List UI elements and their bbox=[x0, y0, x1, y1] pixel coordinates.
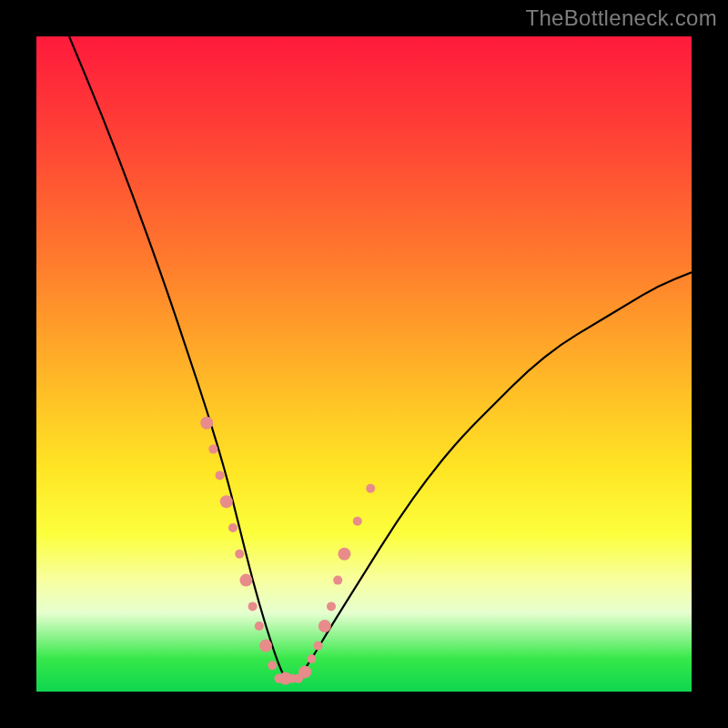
marker-dot bbox=[220, 495, 233, 508]
marker-dot bbox=[327, 602, 336, 611]
marker-dot bbox=[255, 622, 264, 631]
marker-dot bbox=[366, 484, 375, 493]
marker-dot bbox=[235, 550, 244, 559]
marker-dot bbox=[338, 548, 350, 561]
marker-dot bbox=[208, 445, 217, 454]
marker-dot bbox=[333, 576, 342, 585]
highlighted-points-group bbox=[200, 417, 375, 685]
watermark-text: TheBottleneck.com bbox=[525, 5, 717, 31]
marker-dot bbox=[268, 661, 277, 670]
marker-dot bbox=[259, 640, 272, 652]
marker-dot bbox=[248, 602, 258, 611]
marker-dot bbox=[228, 523, 238, 532]
plot-area bbox=[36, 36, 692, 692]
marker-dot bbox=[353, 517, 362, 526]
marker-dot bbox=[239, 574, 252, 587]
marker-dot bbox=[307, 654, 316, 663]
curve-svg bbox=[36, 36, 692, 692]
bottleneck-curve bbox=[69, 36, 692, 679]
marker-dot bbox=[298, 665, 311, 678]
marker-dot bbox=[314, 642, 323, 651]
marker-dot bbox=[216, 470, 225, 480]
marker-dot bbox=[200, 417, 213, 430]
marker-dot bbox=[318, 620, 331, 632]
chart-root: TheBottleneck.com bbox=[0, 0, 728, 728]
